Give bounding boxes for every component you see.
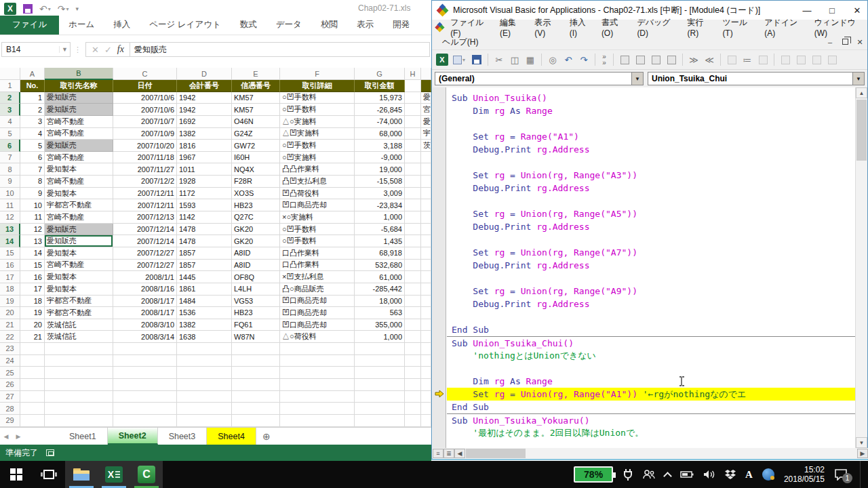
header-cell[interactable]: 取引先名称 bbox=[45, 80, 113, 92]
cell[interactable]: GK20 bbox=[232, 235, 280, 247]
cell[interactable] bbox=[355, 415, 405, 427]
menu-編集[interactable]: 編集(E) bbox=[495, 16, 528, 39]
cell[interactable]: 2007/11/18 bbox=[113, 152, 177, 164]
cell[interactable] bbox=[405, 92, 421, 104]
code-line[interactable]: Sub Union_Tsuika_Chui() bbox=[447, 336, 855, 349]
cell[interactable]: L4LH bbox=[232, 283, 280, 296]
cell-partial[interactable] bbox=[421, 367, 431, 379]
cell[interactable]: 凸凹支払利息 bbox=[280, 176, 355, 188]
cell[interactable]: 1 bbox=[20, 92, 45, 104]
redo-icon[interactable]: ↷ bbox=[577, 53, 591, 66]
cell-partial[interactable]: 愛 bbox=[421, 92, 431, 104]
code-line[interactable]: 'nothingとはUnionできない bbox=[447, 349, 855, 362]
cell[interactable] bbox=[232, 367, 280, 379]
cell[interactable] bbox=[405, 391, 421, 403]
people-icon[interactable] bbox=[643, 470, 655, 479]
cell[interactable]: 1861 bbox=[177, 283, 232, 296]
column-header-partial[interactable] bbox=[421, 68, 431, 80]
cell[interactable] bbox=[113, 343, 177, 355]
code-line[interactable]: Debug.Print rg.Address bbox=[447, 220, 855, 233]
cell[interactable]: 14 bbox=[20, 247, 45, 260]
cell[interactable]: 21 bbox=[20, 331, 45, 343]
cell[interactable]: 355,000 bbox=[355, 319, 405, 331]
cell[interactable]: 1638 bbox=[177, 331, 232, 343]
cell[interactable]: 2007/12/11 bbox=[113, 188, 177, 200]
row-header-5[interactable]: 5 bbox=[0, 128, 20, 140]
row-header-1[interactable]: 1 bbox=[0, 80, 20, 92]
cell-partial[interactable]: 宇 bbox=[421, 128, 431, 140]
cell[interactable] bbox=[232, 403, 280, 415]
cell[interactable]: 宇都宮不動産 bbox=[45, 307, 113, 319]
menu-実行[interactable]: 実行(R) bbox=[682, 16, 716, 39]
cell[interactable]: 凹凸荷役料 bbox=[280, 188, 355, 200]
code-line[interactable]: Sub Union_Tsuika() bbox=[447, 92, 855, 104]
cell[interactable]: 2007/10/7 bbox=[113, 116, 177, 128]
ime-a-icon[interactable]: A bbox=[745, 469, 753, 481]
excel-taskbar-icon[interactable]: X bbox=[98, 461, 130, 488]
cell[interactable] bbox=[45, 403, 113, 415]
cell[interactable] bbox=[405, 296, 421, 308]
outdent-icon[interactable]: ≪ bbox=[703, 53, 716, 66]
horizontal-scroll-thumb[interactable] bbox=[466, 449, 526, 458]
chevron-up-icon[interactable] bbox=[665, 470, 671, 479]
cell-partial[interactable] bbox=[421, 176, 431, 188]
header-cell[interactable]: 取引金額 bbox=[355, 80, 405, 92]
copy-icon[interactable]: ◫ bbox=[508, 53, 521, 66]
cell[interactable]: -15,508 bbox=[355, 176, 405, 188]
cell[interactable]: 1857 bbox=[177, 247, 232, 260]
code-line[interactable]: Set rg = Union(rg, Range("A1")) '←rgがnot… bbox=[447, 388, 855, 401]
cell[interactable]: -5,684 bbox=[355, 224, 405, 236]
horizontal-scrollbar[interactable]: ≡ ≣ ◀ ▶ bbox=[433, 448, 868, 459]
menu-ウィンドウ[interactable]: ウィンドウ(W) bbox=[810, 16, 867, 39]
row-header-6[interactable]: 6 bbox=[0, 140, 20, 152]
cell[interactable] bbox=[405, 403, 421, 415]
object-combobox[interactable]: (General) ▼ bbox=[435, 72, 644, 85]
menu-デバッグ[interactable]: デバッグ(D) bbox=[632, 16, 681, 39]
cell[interactable] bbox=[405, 128, 421, 140]
cell[interactable]: 2007/12/2 bbox=[113, 176, 177, 188]
cell[interactable] bbox=[280, 343, 355, 355]
child-minimize-icon[interactable]: – bbox=[823, 38, 837, 46]
column-header-F[interactable]: F bbox=[280, 68, 355, 80]
code-line[interactable] bbox=[447, 195, 855, 207]
sheet-nav-right-icon[interactable]: ▶ bbox=[12, 428, 24, 445]
select-all-corner[interactable] bbox=[0, 68, 20, 80]
cell-partial[interactable] bbox=[421, 163, 431, 176]
paste-icon[interactable]: ▦ bbox=[524, 53, 537, 66]
cell-partial[interactable] bbox=[421, 260, 431, 272]
cell[interactable]: -26,845 bbox=[355, 104, 405, 116]
code-editor[interactable]: Sub Union_Tsuika() Dim rg As Range Set r… bbox=[447, 87, 855, 448]
cell[interactable]: FQ61 bbox=[232, 319, 280, 331]
cell[interactable]: 18 bbox=[20, 296, 45, 308]
cell[interactable]: 1382 bbox=[177, 319, 232, 331]
cancel-icon[interactable]: ✕ bbox=[92, 45, 99, 55]
cell[interactable]: 愛知製本 bbox=[45, 271, 113, 283]
cell[interactable]: 12 bbox=[20, 224, 45, 236]
column-header-B[interactable]: B bbox=[45, 68, 113, 80]
cell[interactable] bbox=[232, 391, 280, 403]
scroll-left-icon[interactable]: ◀ bbox=[454, 449, 465, 458]
code-line[interactable]: Debug.Print rg.Address bbox=[447, 182, 855, 195]
cell[interactable]: 宮崎不動産 bbox=[45, 211, 113, 224]
cell[interactable] bbox=[405, 367, 421, 379]
cell[interactable]: 宮崎不動産 bbox=[45, 152, 113, 164]
cell[interactable] bbox=[355, 355, 405, 367]
cell[interactable] bbox=[20, 367, 45, 379]
sheet-tab-sheet1[interactable]: Sheet1 bbox=[58, 428, 108, 445]
cell[interactable]: ○凹手数料 bbox=[280, 224, 355, 236]
menu-書式[interactable]: 書式(O) bbox=[597, 16, 631, 39]
cell[interactable] bbox=[20, 403, 45, 415]
break-icon[interactable] bbox=[810, 53, 823, 66]
cell[interactable] bbox=[232, 343, 280, 355]
cell[interactable] bbox=[45, 379, 113, 391]
undo-icon[interactable]: ↶▾ bbox=[39, 3, 51, 14]
param-info-icon[interactable] bbox=[649, 53, 663, 66]
menu-表示[interactable]: 表示(V) bbox=[530, 16, 563, 39]
cell[interactable]: 1,000 bbox=[355, 211, 405, 224]
cell[interactable]: 19 bbox=[20, 307, 45, 319]
row-header-21[interactable]: 21 bbox=[0, 319, 20, 331]
cell[interactable]: 凹口商品売却 bbox=[280, 307, 355, 319]
cell[interactable]: A8ID bbox=[232, 247, 280, 260]
file-explorer-icon[interactable] bbox=[65, 461, 98, 488]
code-line[interactable]: Dim rg As Range bbox=[447, 375, 855, 388]
